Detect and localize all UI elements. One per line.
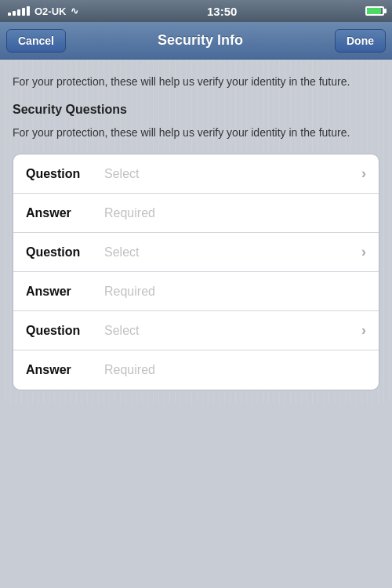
description-text-2: For your protection, these will help us … — [13, 125, 379, 141]
answer-label-3: Answer — [26, 363, 104, 377]
signal-bars-icon — [8, 6, 30, 16]
chevron-icon-2: › — [361, 244, 366, 260]
question-placeholder-1: Select — [104, 167, 361, 181]
battery-fill — [367, 8, 381, 14]
done-button[interactable]: Done — [335, 29, 386, 53]
signal-bar-4 — [22, 8, 25, 16]
answer-label-1: Answer — [26, 206, 104, 220]
signal-bar-5 — [27, 6, 30, 16]
answer-placeholder-1: Required — [104, 206, 366, 220]
question-placeholder-2: Select — [104, 245, 361, 260]
status-left: O2-UK ∿ — [8, 5, 78, 17]
question-placeholder-3: Select — [104, 324, 361, 338]
carrier-label: O2-UK — [34, 5, 66, 17]
answer-label-2: Answer — [26, 285, 104, 299]
battery-icon — [365, 6, 384, 16]
question-row-3[interactable]: Question Select › — [13, 311, 379, 350]
signal-bar-2 — [13, 11, 16, 16]
description-text-1: For your protection, these will help us … — [13, 74, 379, 90]
answer-placeholder-3: Required — [104, 363, 366, 377]
wifi-icon: ∿ — [71, 5, 78, 16]
status-right — [365, 6, 384, 16]
signal-bar-1 — [8, 13, 11, 16]
cancel-button[interactable]: Cancel — [6, 29, 66, 53]
nav-bar: Cancel Security Info Done — [0, 22, 392, 60]
question-row-1[interactable]: Question Select › — [13, 154, 379, 194]
main-content: For your protection, these will help us … — [0, 60, 392, 405]
chevron-icon-1: › — [361, 165, 366, 182]
security-questions-list: Question Select › Answer Required Questi… — [13, 154, 379, 390]
question-row-2[interactable]: Question Select › — [13, 233, 379, 272]
answer-placeholder-2: Required — [104, 285, 366, 299]
status-bar: O2-UK ∿ 13:50 — [0, 0, 392, 22]
page-title: Security Info — [158, 32, 243, 49]
chevron-icon-3: › — [361, 322, 366, 339]
section-title: Security Questions — [13, 103, 379, 117]
question-label-1: Question — [26, 167, 104, 181]
question-label-3: Question — [26, 324, 104, 338]
answer-row-2[interactable]: Answer Required — [13, 272, 379, 311]
status-time: 13:50 — [207, 5, 237, 18]
signal-bar-3 — [17, 9, 20, 16]
question-label-2: Question — [26, 245, 104, 260]
answer-row-1[interactable]: Answer Required — [13, 194, 379, 233]
answer-row-3[interactable]: Answer Required — [13, 350, 379, 390]
